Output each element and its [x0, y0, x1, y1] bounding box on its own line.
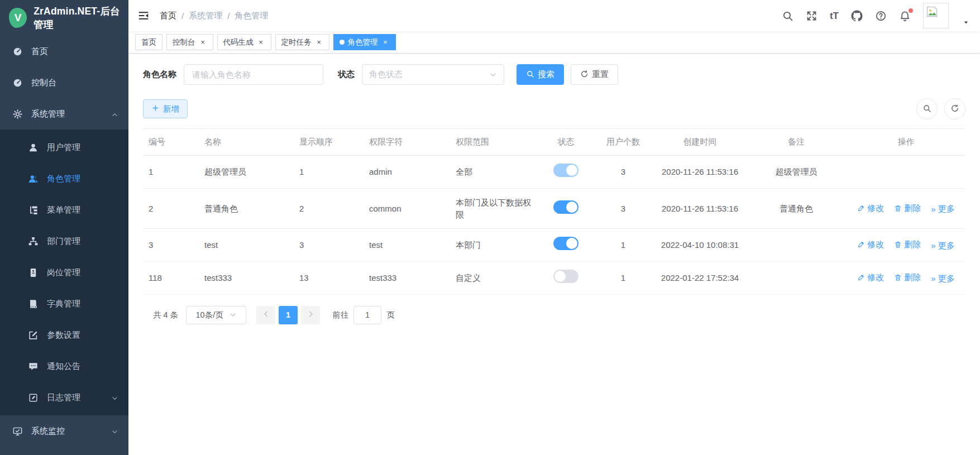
sidebar-item-字典管理[interactable]: 字典管理 — [0, 288, 128, 319]
cell: test333 — [364, 262, 450, 295]
chevron-down-icon — [489, 71, 497, 79]
delete-link[interactable]: 删除 — [894, 271, 921, 284]
cell-users: 1 — [592, 262, 654, 295]
more-link[interactable]: »更多 — [931, 240, 954, 252]
page-size-value: 10条/页 — [196, 310, 223, 320]
search-icon[interactable] — [782, 10, 793, 22]
sidebar-item-部门管理[interactable]: 部门管理 — [0, 226, 128, 257]
edit-link[interactable]: 修改 — [857, 238, 884, 251]
goto-page-input[interactable] — [353, 306, 381, 324]
cell-created: 2022-04-10 10:08:31 — [654, 229, 746, 262]
sidebar-item-用户管理[interactable]: 用户管理 — [0, 132, 128, 163]
status-toggle[interactable] — [553, 200, 579, 214]
action-label: 修改 — [867, 271, 884, 284]
close-icon[interactable]: × — [199, 38, 207, 46]
sidebar-fold-icon[interactable] — [137, 9, 150, 22]
sidebar-item-label: 控制台 — [31, 78, 56, 88]
status-toggle — [553, 164, 579, 177]
tab-控制台[interactable]: 控制台× — [166, 34, 213, 50]
search-icon — [526, 70, 534, 80]
goto-label: 前往 — [332, 310, 348, 320]
column-header-用户个数: 用户个数 — [592, 129, 654, 156]
app-root: V ZrAdmin.NET-后台管理 首页控制台系统管理用户管理角色管理菜单管理… — [0, 0, 980, 455]
sidebar-item-首页[interactable]: 首页 — [0, 36, 128, 67]
bell-icon[interactable] — [899, 10, 911, 22]
cell-users: 3 — [592, 156, 654, 189]
sidebar-item-角色管理[interactable]: 角色管理 — [0, 163, 128, 194]
caret-down-icon[interactable] — [962, 18, 970, 26]
sidebar-item-菜单管理[interactable]: 菜单管理 — [0, 194, 128, 226]
log-icon — [28, 392, 39, 403]
edit-link[interactable]: 修改 — [857, 271, 884, 284]
tab-代码生成[interactable]: 代码生成× — [217, 34, 271, 50]
edit-link[interactable]: 修改 — [857, 202, 884, 214]
show-search-button[interactable] — [916, 98, 938, 119]
reset-button[interactable]: 重置 — [571, 64, 618, 85]
tab-label: 首页 — [141, 37, 156, 47]
toggle-knob — [554, 271, 566, 282]
github-icon[interactable] — [851, 10, 863, 22]
sitemap-icon — [28, 236, 39, 247]
font-size-icon[interactable]: tT — [830, 10, 839, 22]
delete-link[interactable]: 删除 — [894, 202, 921, 214]
page-number-1[interactable]: 1 — [279, 306, 298, 324]
active-tab-dot — [340, 40, 345, 45]
app-logo: V ZrAdmin.NET-后台管理 — [0, 0, 128, 36]
search-button[interactable]: 搜索 — [517, 64, 564, 85]
sidebar-item-系统管理[interactable]: 系统管理 — [0, 98, 128, 130]
cell: 全部 — [450, 156, 539, 189]
cell: 3 — [143, 229, 199, 262]
add-button[interactable]: 新增 — [143, 99, 188, 118]
avatar[interactable] — [923, 3, 949, 28]
tab-角色管理[interactable]: 角色管理× — [333, 34, 396, 50]
main-area: 首页/系统管理/角色管理 tT 首页控制台×代码生成×定时任务×角色管理× 角色… — [128, 0, 980, 455]
sidebar-item-控制台[interactable]: 控制台 — [0, 67, 128, 98]
trash-icon — [894, 204, 902, 212]
role-name-input[interactable] — [184, 64, 323, 85]
help-icon[interactable] — [875, 10, 887, 22]
status-toggle[interactable] — [553, 270, 579, 283]
close-icon[interactable]: × — [315, 38, 323, 46]
top-navbar: 首页/系统管理/角色管理 tT — [128, 0, 980, 31]
tab-label: 定时任务 — [281, 37, 312, 47]
tab-定时任务[interactable]: 定时任务× — [275, 34, 329, 50]
breadcrumb-item[interactable]: 首页 — [160, 11, 176, 21]
toggle-knob — [566, 165, 577, 176]
dashboard-icon — [12, 78, 23, 88]
status-toggle[interactable] — [553, 237, 579, 250]
page-size-select[interactable]: 10条/页 — [186, 306, 246, 324]
cell: 2 — [143, 188, 199, 229]
prev-page-button[interactable] — [256, 306, 275, 324]
next-page-button[interactable] — [301, 306, 320, 324]
column-header-名称: 名称 — [199, 129, 294, 156]
app-title: ZrAdmin.NET-后台管理 — [34, 4, 128, 31]
chevron-left-icon — [262, 310, 270, 319]
status-select[interactable]: 角色状态 — [362, 64, 504, 85]
sidebar-item-系统监控[interactable]: 系统监控 — [0, 415, 128, 447]
table-row: 118test33313test333自定义12022-01-22 17:52:… — [143, 262, 965, 295]
cell: 1 — [143, 156, 199, 189]
fullscreen-icon[interactable] — [806, 10, 818, 22]
pagination: 共 4 条 10条/页 1 前往 页 — [153, 306, 965, 324]
sidebar-item-参数设置[interactable]: 参数设置 — [0, 319, 128, 351]
breadcrumb-item: 角色管理 — [235, 11, 268, 21]
more-link[interactable]: »更多 — [931, 272, 954, 285]
close-icon[interactable]: × — [257, 38, 265, 46]
cell-remark — [746, 229, 847, 262]
sidebar-item-日志管理[interactable]: 日志管理 — [0, 382, 128, 413]
delete-link[interactable]: 删除 — [894, 238, 921, 251]
close-icon[interactable]: × — [381, 38, 390, 46]
trash-icon — [894, 241, 902, 248]
refresh-table-button[interactable] — [944, 98, 965, 119]
column-header-权限范围: 权限范围 — [450, 129, 539, 156]
cell-status — [539, 188, 592, 229]
action-label: 修改 — [867, 202, 884, 214]
tab-首页[interactable]: 首页 — [135, 34, 162, 50]
tab-label: 代码生成 — [223, 37, 254, 47]
column-header-权限字符: 权限字符 — [364, 129, 450, 156]
tab-label: 角色管理 — [348, 37, 378, 47]
sidebar-item-通知公告[interactable]: 通知公告 — [0, 351, 128, 382]
sidebar-item-岗位管理[interactable]: 岗位管理 — [0, 257, 128, 288]
cell-status — [539, 262, 592, 295]
more-link[interactable]: »更多 — [931, 203, 954, 215]
